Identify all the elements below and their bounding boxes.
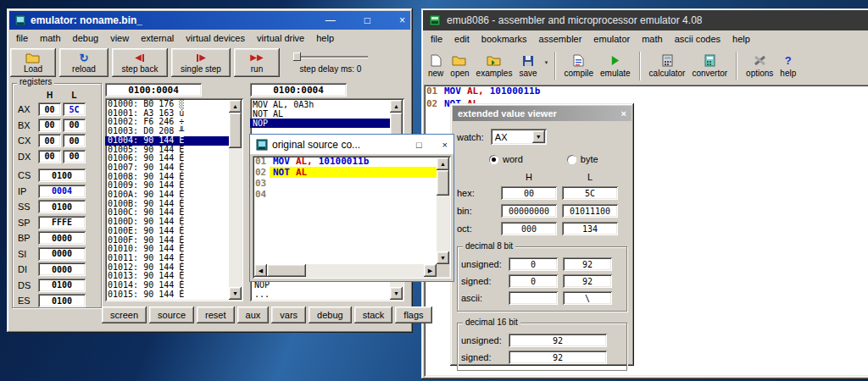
code-line[interactable]: 01 MOV AL, 10100011b [253,156,451,167]
maximize-icon[interactable]: □ [364,14,370,26]
scroll-down-icon[interactable]: ▼ [390,287,403,300]
menu-item[interactable]: virtual drive [251,30,310,46]
viewer-titlebar[interactable]: extended value viewer × [453,106,632,121]
disasm-line[interactable]: ... [252,290,390,299]
panel-button[interactable]: vars [271,306,306,323]
register-value[interactable]: 0100 [38,168,86,182]
register-l-value[interactable]: 00 [63,150,86,163]
calculator-button[interactable]: calculator [646,53,689,80]
emulate-button[interactable]: emulate [597,53,634,80]
register-value[interactable]: 0100 [38,200,86,213]
run-button[interactable]: ▶▶ run [234,48,280,77]
byte-radio[interactable]: byte [567,154,598,164]
menu-item[interactable]: bookmarks [476,31,533,47]
reload-button[interactable]: ↻ reload [59,48,108,77]
menu-item[interactable]: file [10,30,34,46]
panel-button[interactable]: screen [102,306,147,323]
disasm-line[interactable]: NOP [250,119,390,128]
scroll-down-icon[interactable]: ▼ [437,251,449,264]
compile-button[interactable]: compile [561,53,597,80]
watch-register-select[interactable]: AX ▼ [491,129,547,145]
scrollbar-thumb[interactable] [229,113,242,148]
value-l-field[interactable]: \ [563,291,612,305]
new-button[interactable]: new [425,53,447,80]
scroll-up-icon[interactable]: ▲ [229,100,242,113]
close-icon[interactable]: × [442,140,448,150]
value-h-field[interactable]: 0 [509,257,558,271]
panel-button[interactable]: reset [197,306,234,323]
menu-item[interactable]: ascii codes [669,31,726,47]
register-value[interactable]: 0100 [38,294,86,307]
scroll-down-icon[interactable]: ▼ [229,287,242,300]
value-l-field[interactable]: 5C [562,186,618,200]
register-value[interactable]: 0004 [38,185,86,198]
menu-item[interactable]: help [310,30,340,46]
menu-item[interactable]: emulator [587,31,636,47]
close-icon[interactable]: × [621,108,626,119]
scrollbar-thumb[interactable] [267,264,306,277]
register-h-value[interactable]: 00 [38,119,61,132]
code-line[interactable]: 01 MOV AL, 10100011b [424,85,868,97]
convertor-button[interactable]: convertor [688,53,731,80]
register-value[interactable]: 0100 [38,279,86,292]
panel-button[interactable]: aux [237,306,270,323]
step-back-button[interactable]: ◀ step back [112,48,168,77]
memory-row[interactable]: 01015: 90 144 É [105,290,229,300]
popup-source-editor[interactable]: 01 MOV AL, 10100011b 02 NOT AL 03 04 ▲ ▼ [253,156,451,279]
menu-item[interactable]: file [425,31,448,47]
code-line-highlighted[interactable]: 02 NOT AL [253,167,451,178]
word-radio[interactable]: word [489,154,523,164]
scrollbar-thumb[interactable] [437,170,449,196]
register-h-value[interactable]: 00 [38,150,61,163]
menu-item[interactable]: edit [448,31,476,47]
memory-row[interactable]: 0100E: 90 144 É [105,227,229,236]
register-l-value[interactable]: 00 [63,119,86,132]
disasm-address-header[interactable]: 0100:0004 [250,83,347,97]
step-delay-slider[interactable] [293,52,368,61]
single-step-button[interactable]: ▶ single step [171,48,231,77]
popup-v-scrollbar[interactable]: ▲ ▼ [437,157,449,264]
popup-h-scrollbar[interactable]: ◀ ▶ [254,264,437,277]
ide-titlebar[interactable]: emu8086 - assembler and microprocessor e… [423,10,868,30]
value-field[interactable]: 92 [509,334,607,347]
emulator-titlebar[interactable]: emulator: noname.bin_ — □ × [9,11,410,30]
memory-scrollbar[interactable]: ▲ ▼ [229,100,242,300]
examples-button[interactable]: examples [473,53,516,80]
value-l-field[interactable]: 92 [563,257,612,271]
register-h-value[interactable]: 00 [38,134,61,147]
open-button[interactable]: open [447,53,472,80]
register-value[interactable]: 0000 [38,231,86,245]
value-h-field[interactable]: 00000000 [501,204,557,218]
help-button[interactable]: ? help [776,53,799,80]
menu-item[interactable]: virtual devices [180,30,251,46]
options-button[interactable]: options [743,53,776,80]
code-line[interactable]: 04 [253,189,451,200]
value-h-field[interactable]: 00 [501,186,557,200]
close-icon[interactable]: × [399,14,405,26]
register-l-value[interactable]: 00 [63,134,86,147]
disasm-line[interactable]: NOT AL [250,109,390,119]
value-l-field[interactable]: 92 [563,274,612,288]
scroll-right-icon[interactable]: ▶ [424,264,437,277]
minimize-icon[interactable]: — [326,14,336,26]
memory-list[interactable]: 01000: B0 176 ░01001: A3 163 ú01002: F6 … [105,98,243,301]
value-l-field[interactable]: 01011100 [562,204,618,218]
scroll-up-icon[interactable]: ▲ [437,157,449,170]
menu-item[interactable]: view [104,30,135,46]
menu-item[interactable]: debug [67,30,105,46]
memory-address-header[interactable]: 0100:0004 [105,83,202,97]
register-l-value[interactable]: 5C [63,102,86,116]
register-value[interactable]: 0000 [38,247,86,261]
memory-row[interactable]: 01004: 90 144 É [105,136,229,146]
menu-item[interactable]: assembler [533,31,588,47]
scroll-up-icon[interactable]: ▲ [390,100,403,113]
menu-item[interactable]: help [726,31,756,47]
menu-item[interactable]: math [34,30,66,46]
scroll-left-icon[interactable]: ◀ [254,264,267,277]
panel-button[interactable]: flags [395,306,431,323]
chevron-down-icon[interactable]: ▼ [532,130,545,143]
value-field[interactable]: 92 [509,351,607,364]
menu-item[interactable]: external [135,30,180,46]
value-h-field[interactable]: 000 [501,222,557,235]
register-value[interactable]: FFFE [38,216,86,229]
